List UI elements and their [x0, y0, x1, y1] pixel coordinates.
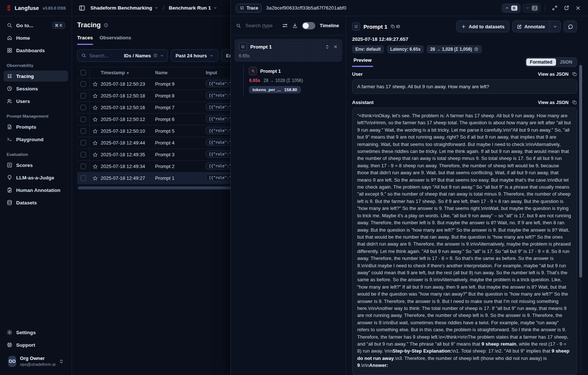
- sidebar-item-sessions[interactable]: Sessions: [4, 83, 68, 94]
- row-checkbox[interactable]: [80, 152, 86, 157]
- breadcrumb-project[interactable]: Benchmark Run 1: [169, 5, 217, 11]
- sidebar-item-goto[interactable]: Go to... ⌘ K: [4, 20, 68, 31]
- collapse-all-icon[interactable]: [333, 44, 338, 49]
- prev-trace-button[interactable]: K: [502, 4, 521, 12]
- sidebar-item-llm-as-a-judge[interactable]: LLM-as-a-Judge: [4, 172, 68, 183]
- sidebar-item-users[interactable]: Users: [4, 96, 68, 107]
- open-in-new-icon[interactable]: [562, 3, 571, 13]
- tree-search-input[interactable]: [245, 23, 278, 28]
- sidebar-item-label: Human Annotation: [16, 188, 60, 193]
- row-checkbox[interactable]: [80, 93, 86, 99]
- row-checkbox[interactable]: [80, 117, 86, 122]
- bookmark-star-icon[interactable]: [90, 176, 101, 181]
- row-name: Prompt 4: [155, 140, 206, 146]
- sidebar-item-settings[interactable]: Settings: [4, 327, 68, 338]
- close-icon[interactable]: [573, 3, 583, 13]
- annotate-dropdown-chevron[interactable]: [549, 21, 560, 32]
- toggle-knob: [303, 23, 309, 29]
- row-checkbox[interactable]: [80, 105, 86, 110]
- row-timestamp: 2025-07-18 12:50:10: [101, 128, 155, 134]
- app-version: v3.83.0 OSS: [43, 6, 66, 10]
- sidebar-item-human-annotation[interactable]: Human Annotation: [4, 185, 68, 196]
- gear-icon: [7, 329, 12, 335]
- observation-tree-column: Timeline Prompt 1 6.65s: [231, 16, 346, 375]
- format-option-json[interactable]: JSON: [556, 58, 576, 66]
- detail-header: Prompt 1 ID Add to datasets: [352, 21, 577, 32]
- tree-node-trace[interactable]: Prompt 1 6.65s: [234, 39, 342, 62]
- sidebar-item-playground[interactable]: Playground: [4, 134, 68, 145]
- database-icon: [7, 200, 12, 206]
- home-icon: [7, 35, 12, 41]
- bookmark-star-icon[interactable]: [90, 105, 101, 110]
- token-usage-badge[interactable]: 28 → 1,028 (Σ 1,056): [427, 45, 482, 53]
- search-scope-select[interactable]: IDs / Names: [124, 53, 164, 58]
- bookmark-star-icon[interactable]: [90, 152, 101, 157]
- row-checkbox[interactable]: [80, 128, 86, 134]
- add-to-datasets-button[interactable]: Add to datasets: [456, 21, 509, 32]
- sidebar-item-support[interactable]: Support: [4, 339, 68, 350]
- column-timestamp[interactable]: Timestamp ▼: [101, 70, 155, 75]
- time-range-select[interactable]: Past 24 hours: [171, 49, 218, 62]
- tab-traces[interactable]: Traces: [77, 35, 93, 45]
- row-timestamp: 2025-07-18 12:50:16: [101, 105, 155, 110]
- format-option-formatted[interactable]: Formatted: [526, 58, 556, 66]
- user-account-row[interactable]: OO Org Owner ops@shadeform.ai: [4, 352, 68, 372]
- trace-panel-controls: K J: [502, 3, 583, 13]
- sidebar-section-prompt-management: Prompt Management: [7, 114, 65, 118]
- panel-toggle-icon[interactable]: [77, 3, 87, 13]
- sidebar-item-label: Prompts: [16, 124, 36, 130]
- bookmark-star-icon[interactable]: [90, 82, 101, 87]
- row-checkbox[interactable]: [80, 164, 86, 169]
- copy-icon[interactable]: [572, 100, 577, 105]
- unfold-icon[interactable]: [325, 44, 330, 49]
- tab-preview[interactable]: Preview: [352, 57, 373, 67]
- row-checkbox[interactable]: [80, 140, 86, 146]
- info-icon[interactable]: [104, 23, 108, 28]
- annotate-button[interactable]: Annotate: [513, 21, 549, 32]
- sidebar-item-label: Dashboards: [16, 48, 45, 53]
- row-checkbox-cell: [77, 102, 90, 113]
- column-name[interactable]: Name: [155, 70, 206, 75]
- metric-name: tokens_per_...: [252, 88, 281, 92]
- sidebar-nav: Go to... ⌘ K Home Dashboards Observabili…: [0, 16, 72, 375]
- next-trace-button[interactable]: J: [523, 4, 541, 12]
- breadcrumb-org[interactable]: Shadeform Benchmarking: [90, 5, 158, 11]
- copy-id-button[interactable]: ID: [391, 24, 400, 29]
- row-checkbox[interactable]: [80, 175, 86, 181]
- sidebar-spacer: [4, 210, 68, 327]
- comments-button[interactable]: [564, 21, 577, 32]
- trace-node-icon: [239, 43, 247, 51]
- sidebar-item-tracing[interactable]: Tracing: [4, 71, 68, 82]
- terminal-icon: [7, 136, 12, 142]
- sidebar-item-dashboards[interactable]: Dashboards: [4, 45, 68, 56]
- timeline-toggle[interactable]: [302, 22, 315, 29]
- trace-id: 3a2bcef90633cff33b5a67f76201abf0: [266, 5, 346, 11]
- sidebar-item-prompts[interactable]: Prompts: [4, 121, 68, 132]
- bookmark-star-icon[interactable]: [90, 117, 101, 122]
- sidebar-item-datasets[interactable]: Datasets: [4, 197, 68, 208]
- assistant-view-as-json[interactable]: View as JSON: [538, 100, 569, 105]
- vertical-scrollbar[interactable]: [579, 63, 582, 373]
- download-icon[interactable]: [292, 23, 298, 28]
- search-input[interactable]: [89, 53, 121, 58]
- bookmark-star-icon[interactable]: [90, 93, 101, 99]
- trace-panel-header: Trace 3a2bcef90633cff33b5a67f76201abf0 K…: [231, 0, 588, 16]
- trace-search-box[interactable]: IDs / Names: [77, 49, 168, 62]
- row-checkbox[interactable]: [80, 81, 86, 87]
- bookmark-star-icon[interactable]: [90, 164, 101, 169]
- kbd-k: K: [511, 6, 518, 11]
- expand-icon[interactable]: [550, 3, 559, 13]
- bookmark-star-icon[interactable]: [90, 129, 101, 134]
- row-checkbox-cell: [77, 125, 90, 137]
- tab-observations[interactable]: Observations: [100, 35, 131, 45]
- vertical-scrollbar-thumb[interactable]: [579, 65, 582, 278]
- select-all-checkbox[interactable]: [80, 70, 86, 75]
- tree-node-generation[interactable]: Prompt 1 6.65s 28 → 1028 (Σ 1056) tokens…: [243, 65, 342, 96]
- user-view-as-json[interactable]: View as JSON: [538, 72, 569, 77]
- sidebar-item-scores[interactable]: Scores: [4, 160, 68, 171]
- copy-icon[interactable]: [572, 72, 577, 76]
- bookmark-star-icon[interactable]: [90, 140, 101, 146]
- filter-sliders-icon[interactable]: [282, 23, 288, 28]
- trace-node-icon: [352, 22, 360, 31]
- sidebar-item-home[interactable]: Home: [4, 32, 68, 43]
